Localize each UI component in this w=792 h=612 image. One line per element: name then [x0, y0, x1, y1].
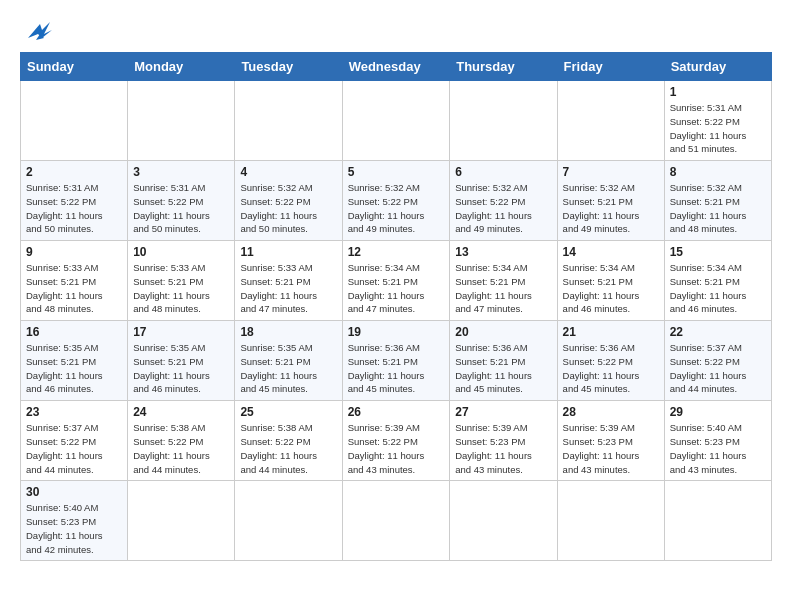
calendar-cell: 27Sunrise: 5:39 AM Sunset: 5:23 PM Dayli… — [450, 401, 557, 481]
day-number: 4 — [240, 165, 336, 179]
calendar-cell: 22Sunrise: 5:37 AM Sunset: 5:22 PM Dayli… — [664, 321, 771, 401]
day-number: 1 — [670, 85, 766, 99]
logo-bird-icon — [22, 20, 58, 44]
day-info: Sunrise: 5:33 AM Sunset: 5:21 PM Dayligh… — [133, 261, 229, 316]
day-info: Sunrise: 5:39 AM Sunset: 5:23 PM Dayligh… — [563, 421, 659, 476]
calendar-table: SundayMondayTuesdayWednesdayThursdayFrid… — [20, 52, 772, 561]
calendar-cell: 28Sunrise: 5:39 AM Sunset: 5:23 PM Dayli… — [557, 401, 664, 481]
calendar-cell — [450, 81, 557, 161]
weekday-header-sunday: Sunday — [21, 53, 128, 81]
day-info: Sunrise: 5:32 AM Sunset: 5:22 PM Dayligh… — [240, 181, 336, 236]
calendar-cell: 17Sunrise: 5:35 AM Sunset: 5:21 PM Dayli… — [128, 321, 235, 401]
weekday-header-saturday: Saturday — [664, 53, 771, 81]
day-number: 30 — [26, 485, 122, 499]
calendar-cell — [128, 81, 235, 161]
day-number: 29 — [670, 405, 766, 419]
calendar-cell: 5Sunrise: 5:32 AM Sunset: 5:22 PM Daylig… — [342, 161, 450, 241]
calendar-cell — [664, 481, 771, 561]
day-info: Sunrise: 5:34 AM Sunset: 5:21 PM Dayligh… — [455, 261, 551, 316]
calendar-week-row: 9Sunrise: 5:33 AM Sunset: 5:21 PM Daylig… — [21, 241, 772, 321]
calendar-cell: 1Sunrise: 5:31 AM Sunset: 5:22 PM Daylig… — [664, 81, 771, 161]
day-info: Sunrise: 5:34 AM Sunset: 5:21 PM Dayligh… — [348, 261, 445, 316]
day-info: Sunrise: 5:40 AM Sunset: 5:23 PM Dayligh… — [26, 501, 122, 556]
calendar-cell — [235, 481, 342, 561]
day-info: Sunrise: 5:38 AM Sunset: 5:22 PM Dayligh… — [133, 421, 229, 476]
day-number: 22 — [670, 325, 766, 339]
day-info: Sunrise: 5:35 AM Sunset: 5:21 PM Dayligh… — [133, 341, 229, 396]
calendar-cell: 29Sunrise: 5:40 AM Sunset: 5:23 PM Dayli… — [664, 401, 771, 481]
day-info: Sunrise: 5:31 AM Sunset: 5:22 PM Dayligh… — [133, 181, 229, 236]
calendar-cell — [450, 481, 557, 561]
day-number: 25 — [240, 405, 336, 419]
day-info: Sunrise: 5:33 AM Sunset: 5:21 PM Dayligh… — [26, 261, 122, 316]
day-info: Sunrise: 5:32 AM Sunset: 5:22 PM Dayligh… — [348, 181, 445, 236]
calendar-cell: 11Sunrise: 5:33 AM Sunset: 5:21 PM Dayli… — [235, 241, 342, 321]
day-info: Sunrise: 5:33 AM Sunset: 5:21 PM Dayligh… — [240, 261, 336, 316]
calendar-cell: 12Sunrise: 5:34 AM Sunset: 5:21 PM Dayli… — [342, 241, 450, 321]
day-number: 6 — [455, 165, 551, 179]
day-number: 15 — [670, 245, 766, 259]
calendar-cell — [342, 81, 450, 161]
weekday-header-monday: Monday — [128, 53, 235, 81]
day-number: 18 — [240, 325, 336, 339]
weekday-header-friday: Friday — [557, 53, 664, 81]
calendar-cell: 26Sunrise: 5:39 AM Sunset: 5:22 PM Dayli… — [342, 401, 450, 481]
day-info: Sunrise: 5:34 AM Sunset: 5:21 PM Dayligh… — [670, 261, 766, 316]
day-info: Sunrise: 5:39 AM Sunset: 5:23 PM Dayligh… — [455, 421, 551, 476]
day-info: Sunrise: 5:37 AM Sunset: 5:22 PM Dayligh… — [670, 341, 766, 396]
day-number: 16 — [26, 325, 122, 339]
calendar-cell: 8Sunrise: 5:32 AM Sunset: 5:21 PM Daylig… — [664, 161, 771, 241]
day-number: 7 — [563, 165, 659, 179]
calendar-cell: 10Sunrise: 5:33 AM Sunset: 5:21 PM Dayli… — [128, 241, 235, 321]
day-info: Sunrise: 5:36 AM Sunset: 5:22 PM Dayligh… — [563, 341, 659, 396]
calendar-cell — [557, 81, 664, 161]
day-info: Sunrise: 5:32 AM Sunset: 5:22 PM Dayligh… — [455, 181, 551, 236]
day-info: Sunrise: 5:40 AM Sunset: 5:23 PM Dayligh… — [670, 421, 766, 476]
calendar-cell — [235, 81, 342, 161]
day-number: 13 — [455, 245, 551, 259]
calendar-cell: 9Sunrise: 5:33 AM Sunset: 5:21 PM Daylig… — [21, 241, 128, 321]
calendar-week-row: 30Sunrise: 5:40 AM Sunset: 5:23 PM Dayli… — [21, 481, 772, 561]
calendar-cell: 19Sunrise: 5:36 AM Sunset: 5:21 PM Dayli… — [342, 321, 450, 401]
calendar-cell — [557, 481, 664, 561]
calendar-cell: 14Sunrise: 5:34 AM Sunset: 5:21 PM Dayli… — [557, 241, 664, 321]
calendar-week-row: 16Sunrise: 5:35 AM Sunset: 5:21 PM Dayli… — [21, 321, 772, 401]
calendar-cell: 24Sunrise: 5:38 AM Sunset: 5:22 PM Dayli… — [128, 401, 235, 481]
weekday-header-wednesday: Wednesday — [342, 53, 450, 81]
day-number: 5 — [348, 165, 445, 179]
day-number: 19 — [348, 325, 445, 339]
day-number: 10 — [133, 245, 229, 259]
day-number: 3 — [133, 165, 229, 179]
calendar-cell: 7Sunrise: 5:32 AM Sunset: 5:21 PM Daylig… — [557, 161, 664, 241]
day-number: 20 — [455, 325, 551, 339]
logo — [20, 20, 58, 44]
calendar-header-row: SundayMondayTuesdayWednesdayThursdayFrid… — [21, 53, 772, 81]
calendar-cell: 6Sunrise: 5:32 AM Sunset: 5:22 PM Daylig… — [450, 161, 557, 241]
day-number: 2 — [26, 165, 122, 179]
calendar-cell — [21, 81, 128, 161]
day-number: 14 — [563, 245, 659, 259]
calendar-cell: 30Sunrise: 5:40 AM Sunset: 5:23 PM Dayli… — [21, 481, 128, 561]
day-number: 12 — [348, 245, 445, 259]
day-number: 28 — [563, 405, 659, 419]
day-info: Sunrise: 5:32 AM Sunset: 5:21 PM Dayligh… — [563, 181, 659, 236]
day-info: Sunrise: 5:36 AM Sunset: 5:21 PM Dayligh… — [455, 341, 551, 396]
calendar-cell: 20Sunrise: 5:36 AM Sunset: 5:21 PM Dayli… — [450, 321, 557, 401]
calendar-cell: 25Sunrise: 5:38 AM Sunset: 5:22 PM Dayli… — [235, 401, 342, 481]
day-info: Sunrise: 5:34 AM Sunset: 5:21 PM Dayligh… — [563, 261, 659, 316]
day-number: 23 — [26, 405, 122, 419]
day-number: 26 — [348, 405, 445, 419]
day-info: Sunrise: 5:32 AM Sunset: 5:21 PM Dayligh… — [670, 181, 766, 236]
calendar-week-row: 2Sunrise: 5:31 AM Sunset: 5:22 PM Daylig… — [21, 161, 772, 241]
calendar-cell: 16Sunrise: 5:35 AM Sunset: 5:21 PM Dayli… — [21, 321, 128, 401]
day-number: 8 — [670, 165, 766, 179]
day-number: 17 — [133, 325, 229, 339]
calendar-week-row: 1Sunrise: 5:31 AM Sunset: 5:22 PM Daylig… — [21, 81, 772, 161]
day-info: Sunrise: 5:35 AM Sunset: 5:21 PM Dayligh… — [240, 341, 336, 396]
calendar-cell: 18Sunrise: 5:35 AM Sunset: 5:21 PM Dayli… — [235, 321, 342, 401]
calendar-cell: 2Sunrise: 5:31 AM Sunset: 5:22 PM Daylig… — [21, 161, 128, 241]
calendar-cell: 15Sunrise: 5:34 AM Sunset: 5:21 PM Dayli… — [664, 241, 771, 321]
day-info: Sunrise: 5:38 AM Sunset: 5:22 PM Dayligh… — [240, 421, 336, 476]
calendar-cell: 21Sunrise: 5:36 AM Sunset: 5:22 PM Dayli… — [557, 321, 664, 401]
day-info: Sunrise: 5:31 AM Sunset: 5:22 PM Dayligh… — [670, 101, 766, 156]
